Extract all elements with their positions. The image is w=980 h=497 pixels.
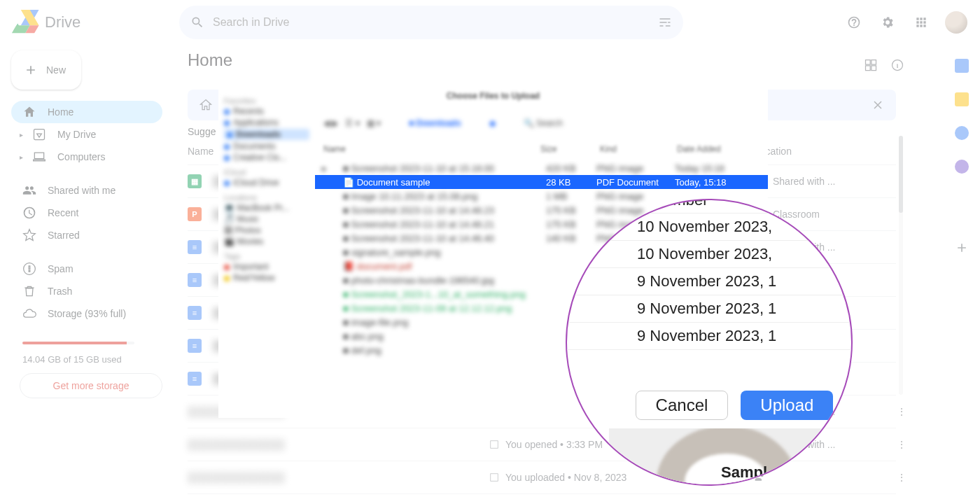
picker-sidebar: Favorites Recents Applications Downloads… bbox=[218, 85, 315, 418]
picker-columns: NameSizeKindDate Added bbox=[323, 144, 760, 154]
mag-date-row: 9 November 2023, 1 bbox=[566, 295, 853, 323]
magnifier-overlay: November 10 November 2023, 10 November 2… bbox=[566, 199, 853, 486]
cancel-button[interactable]: Cancel bbox=[636, 391, 729, 420]
mag-date-row: 9 November 2023, 1 bbox=[566, 268, 853, 295]
picker-toolbar: ◀ ▶ ☰ ▾ ▦ ▾ ■ Downloads ◆ 🔍 Search bbox=[323, 112, 760, 134]
mag-date-row: 9 November 2023, 1 bbox=[566, 323, 853, 350]
mag-date-row: 10 November 2023, bbox=[566, 241, 853, 268]
upload-button[interactable]: Upload bbox=[741, 391, 833, 420]
picker-selected-row[interactable]: 📄 Document sample28 KBPDF DocumentToday,… bbox=[315, 175, 768, 189]
